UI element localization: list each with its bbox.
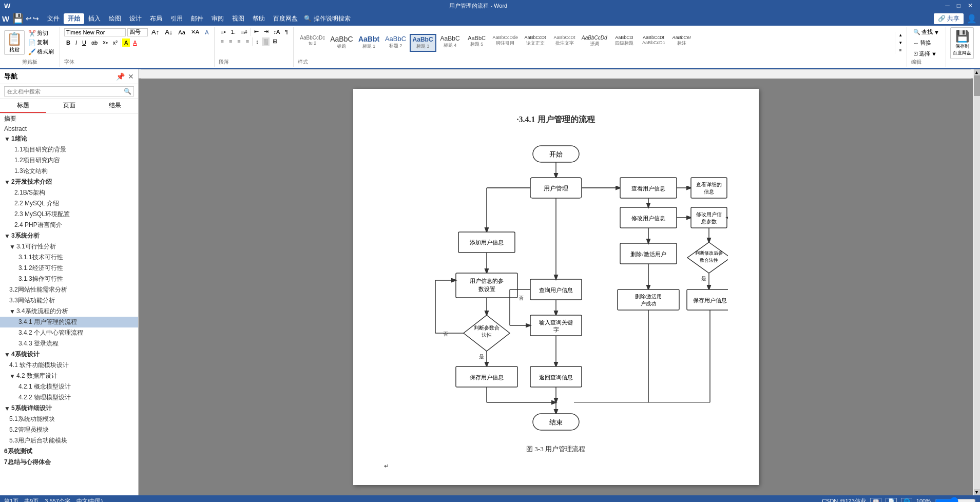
nav-item-5-1[interactable]: 5.1系统功能模块 bbox=[0, 414, 138, 424]
menu-layout[interactable]: 布局 bbox=[146, 13, 166, 24]
style-item-13[interactable]: AaBbCeI 标注 bbox=[669, 34, 695, 52]
copy-btn[interactable]: 📄 复制 bbox=[27, 38, 55, 47]
menu-home[interactable]: 开始 bbox=[64, 13, 84, 24]
superscript-btn[interactable]: x² bbox=[111, 38, 120, 47]
menu-baidu[interactable]: 百度网盘 bbox=[269, 13, 302, 24]
scroll-thumb[interactable] bbox=[974, 75, 980, 96]
menu-draw[interactable]: 绘图 bbox=[105, 13, 125, 24]
nav-item-3-1[interactable]: ▼3.1可行性分析 bbox=[0, 241, 138, 252]
menu-view[interactable]: 视图 bbox=[228, 13, 248, 24]
menu-references[interactable]: 引用 bbox=[166, 13, 187, 24]
align-right-btn[interactable]: ≡ bbox=[235, 37, 242, 46]
font-name-input[interactable] bbox=[64, 28, 126, 36]
menu-review[interactable]: 审阅 bbox=[207, 13, 228, 24]
menu-insert[interactable]: 插入 bbox=[84, 13, 105, 24]
nav-item-3-1-2[interactable]: 3.1.2经济可行性 bbox=[0, 263, 138, 274]
format-painter-btn[interactable]: 🖌️ 格式刷 bbox=[27, 47, 55, 56]
decrease-indent-btn[interactable]: ⇤ bbox=[252, 27, 261, 36]
nav-item-4-2-1[interactable]: 4.2.1 概念模型设计 bbox=[0, 381, 138, 392]
style-item-2[interactable]: AaBbt 标题 1 bbox=[356, 34, 382, 52]
shrink-font-btn[interactable]: A↓ bbox=[163, 27, 175, 37]
style-item-11[interactable]: AaBbCcI 四级标题 bbox=[610, 34, 639, 52]
line-spacing-btn[interactable]: ↕ bbox=[254, 37, 261, 46]
menu-design[interactable]: 设计 bbox=[125, 13, 146, 24]
nav-item-3-1-1[interactable]: 3.1.1技术可行性 bbox=[0, 252, 138, 263]
undo-btn[interactable]: ↩ bbox=[26, 14, 32, 23]
nav-item-3-4-2[interactable]: 3.4.2 个人中心管理流程 bbox=[0, 327, 138, 338]
nav-item-2-1[interactable]: 2.1B/S架构 bbox=[0, 187, 138, 198]
text-highlight-btn[interactable]: A bbox=[122, 38, 130, 47]
save-qat-btn[interactable]: 💾 bbox=[12, 13, 24, 24]
increase-indent-btn[interactable]: ⇥ bbox=[262, 27, 271, 36]
page-view-btn[interactable]: 📄 bbox=[886, 498, 897, 503]
italic-btn[interactable]: I bbox=[73, 38, 79, 47]
shading-btn[interactable]: ░ bbox=[262, 37, 270, 46]
grow-font-btn[interactable]: A↑ bbox=[149, 27, 161, 37]
scroll-track[interactable] bbox=[974, 75, 980, 489]
nav-item-3-4[interactable]: ▼3.4系统流程的分析 bbox=[0, 306, 138, 317]
multilevel-btn[interactable]: ≡# bbox=[239, 28, 249, 36]
scroll-up-btn[interactable]: ▲ bbox=[974, 69, 980, 75]
nav-item-ch2[interactable]: ▼2开发技术介绍 bbox=[0, 177, 138, 187]
strikethrough-btn[interactable]: ab bbox=[89, 38, 100, 47]
style-item-4[interactable]: AaBbC 标题 3 bbox=[410, 34, 436, 52]
nav-item-4-2[interactable]: ▼4.2 数据库设计 bbox=[0, 371, 138, 381]
web-view-btn[interactable]: 🌐 bbox=[901, 498, 912, 503]
redo-btn[interactable]: ↪ bbox=[33, 14, 39, 23]
align-left-btn[interactable]: ≡ bbox=[219, 37, 226, 46]
user-avatar[interactable]: 👤 bbox=[966, 13, 978, 25]
style-item-3[interactable]: AaBbC 标题 2 bbox=[383, 34, 409, 52]
nav-item-4-2-2[interactable]: 4.2.2 物理模型设计 bbox=[0, 392, 138, 403]
nav-item-ch5[interactable]: ▼5系统详细设计 bbox=[0, 403, 138, 414]
nav-item-ch3[interactable]: ▼3系统分析 bbox=[0, 230, 138, 241]
underline-btn[interactable]: U bbox=[80, 38, 88, 47]
bullets-btn[interactable]: ≡• bbox=[219, 28, 228, 36]
style-item-6[interactable]: AaBbC 标题 5 bbox=[464, 34, 490, 52]
style-item-10[interactable]: AaBbCcDd 强调 bbox=[580, 34, 609, 52]
font-color-btn[interactable]: A bbox=[131, 38, 139, 47]
close-btn[interactable]: ✕ bbox=[965, 2, 976, 9]
bold-btn[interactable]: B bbox=[64, 38, 72, 47]
nav-item-ch4[interactable]: ▼4系统设计 bbox=[0, 349, 138, 360]
clear-format-btn[interactable]: ✕A bbox=[189, 28, 201, 36]
nav-close-btn[interactable]: ✕ bbox=[128, 72, 134, 81]
v-scrollbar[interactable]: ▲ ▼ bbox=[973, 69, 980, 495]
nav-tab-results[interactable]: 结果 bbox=[92, 99, 138, 113]
styles-up-btn[interactable]: ▲ bbox=[896, 32, 905, 38]
nav-item-3-4-3[interactable]: 3.4.3 登录流程 bbox=[0, 338, 138, 349]
zoom-slider[interactable] bbox=[935, 497, 976, 502]
nav-pin-btn[interactable]: 📌 bbox=[116, 72, 125, 81]
font-size-input[interactable] bbox=[127, 28, 148, 36]
nav-search-icon[interactable]: 🔍 bbox=[124, 88, 131, 95]
style-item-7[interactable]: AaBbCcDde 脚注引用 bbox=[491, 34, 521, 52]
nav-item-2-4[interactable]: 2.4 PHP语言简介 bbox=[0, 220, 138, 230]
minimize-btn[interactable]: ─ bbox=[942, 2, 953, 9]
style-item-8[interactable]: AaBbCcDt 论文正文 bbox=[521, 34, 549, 52]
nav-item-ch6[interactable]: 6系统测试 bbox=[0, 446, 138, 457]
nav-item-1-3[interactable]: 1.3论文结构 bbox=[0, 166, 138, 177]
menu-help[interactable]: 帮助 bbox=[248, 13, 269, 24]
show-formatting-btn[interactable]: ¶ bbox=[283, 28, 290, 36]
replace-btn[interactable]: ↔ 替换 bbox=[911, 38, 941, 48]
style-item-5[interactable]: AaBbC 标题 4 bbox=[437, 34, 463, 52]
share-btn[interactable]: 🔗 共享 bbox=[934, 13, 964, 24]
nav-item-3-3[interactable]: 3.3网站功能分析 bbox=[0, 295, 138, 306]
nav-item-summary[interactable]: 摘要 bbox=[0, 113, 138, 124]
search-box[interactable]: 🔍 操作说明搜索 bbox=[302, 13, 353, 24]
scroll-down-btn[interactable]: ▼ bbox=[974, 489, 980, 495]
nav-item-ch1[interactable]: ▼1绪论 bbox=[0, 133, 138, 144]
borders-btn[interactable]: ⊞ bbox=[271, 37, 279, 46]
nav-item-2-2[interactable]: 2.2 MySQL 介绍 bbox=[0, 198, 138, 209]
nav-search-input[interactable] bbox=[7, 88, 124, 94]
maximize-btn[interactable]: □ bbox=[954, 2, 964, 9]
text-effect-btn[interactable]: A bbox=[203, 28, 210, 36]
save-baidu-btn[interactable]: 💾 保存到 百度网盘 bbox=[950, 27, 974, 59]
select-btn[interactable]: ⊡ 选择 ▼ bbox=[911, 49, 941, 59]
style-item-0[interactable]: AaBbCcDc tu 2 bbox=[298, 34, 327, 52]
change-case-btn[interactable]: Aa bbox=[176, 28, 187, 36]
read-view-btn[interactable]: 📖 bbox=[870, 498, 881, 503]
nav-item-1-1[interactable]: 1.1项目研究的背景 bbox=[0, 144, 138, 155]
nav-item-3-2[interactable]: 3.2网站性能需求分析 bbox=[0, 284, 138, 295]
menu-mail[interactable]: 邮件 bbox=[187, 13, 207, 24]
style-item-9[interactable]: AaBbCcDt 批注文字 bbox=[550, 34, 579, 52]
